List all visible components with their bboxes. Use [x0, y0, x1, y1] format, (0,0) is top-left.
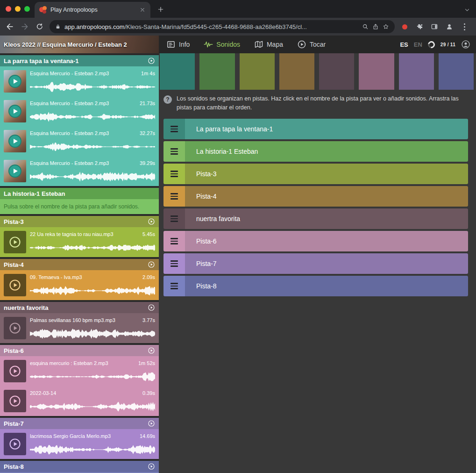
track-name: nuertra favorita [4, 304, 48, 311]
track-color-swatch[interactable] [359, 53, 394, 90]
tab-search-chevron-icon[interactable] [464, 7, 470, 13]
play-track-icon[interactable] [148, 57, 155, 64]
url-text[interactable]: app.antropoloops.com/Kleos-Santa-Marina/… [64, 23, 358, 30]
track-header[interactable]: nuertra favorita [0, 302, 159, 313]
forward-button[interactable] [18, 20, 32, 34]
track-label: Pista-6 [196, 237, 217, 245]
sound-thumbnail[interactable] [4, 160, 26, 182]
menu-kebab-icon[interactable] [457, 20, 471, 34]
track-color-swatch[interactable] [279, 53, 314, 90]
track-color-swatch[interactable] [399, 53, 434, 90]
sound-thumbnail[interactable] [4, 130, 26, 152]
sound-item[interactable]: Esquina Mercurio - Esteban 2.mp332.27s [0, 126, 159, 156]
back-button[interactable] [3, 20, 17, 34]
drag-handle[interactable] [163, 253, 185, 274]
sound-item[interactable]: Esquina Mercurio - Esteban 2.mp31m 4s [0, 66, 159, 96]
track-row[interactable]: Pista-7 [163, 253, 468, 274]
browser-window: Play Antropoloops app.antropoloops.com/K… [0, 0, 476, 473]
play-track-icon[interactable] [148, 304, 155, 311]
track-header[interactable]: La parra tapa la ventana-1 [0, 55, 159, 66]
sound-item[interactable]: 09. Temaeva - Iva.mp32.09s [0, 270, 159, 300]
sound-item[interactable]: esquina mercurio : Esteban 2.mp31m 52s [0, 356, 159, 386]
extensions-puzzle-icon[interactable] [412, 20, 426, 34]
tab-sonidos[interactable]: Sonidos [204, 40, 240, 49]
play-track-icon[interactable] [148, 463, 155, 470]
track-row[interactable]: nuertra favorita [163, 208, 468, 229]
hamburger-icon [171, 260, 178, 267]
tab-close-icon[interactable] [139, 7, 146, 13]
sound-item[interactable]: 2022-03-140.39s [0, 386, 159, 416]
new-tab-button[interactable] [154, 3, 167, 16]
address-bar[interactable]: app.antropoloops.com/Kleos-Santa-Marina/… [50, 20, 395, 33]
drag-handle[interactable] [163, 119, 185, 139]
account-icon[interactable] [461, 40, 470, 49]
play-sound-button[interactable] [4, 231, 26, 253]
track-row[interactable]: La historia-1 Esteban [163, 141, 468, 162]
lang-en-button[interactable]: EN [414, 41, 422, 48]
sidebar-section-pista-3: Pista-3 22 Ua reka te tagnia to rau niau… [0, 216, 159, 257]
drag-handle[interactable] [163, 208, 185, 229]
project-hero[interactable]: Kleos 2022 // Esquina Mercurio / Esteban… [0, 36, 159, 53]
waveform [30, 444, 155, 455]
track-row[interactable]: Pista-8 [163, 276, 468, 296]
play-sound-button[interactable] [4, 317, 26, 339]
track-color-swatch[interactable] [240, 53, 275, 90]
play-track-icon[interactable] [148, 261, 155, 268]
record-extension-icon[interactable] [398, 20, 412, 34]
tab-tocar[interactable]: Tocar [297, 40, 326, 49]
sound-item[interactable]: 22 Ua reka te tagnia to rau niau.mp35.45… [0, 227, 159, 257]
play-track-icon[interactable] [148, 347, 155, 354]
fullscreen-window-button[interactable] [24, 6, 30, 12]
reload-button[interactable] [33, 20, 47, 34]
track-header[interactable]: Pista-6 [0, 345, 159, 356]
sound-thumbnail[interactable] [4, 100, 26, 122]
track-color-swatch[interactable] [160, 53, 195, 90]
drag-handle[interactable] [163, 164, 185, 184]
sound-item[interactable]: lacrimosa Sergio García Merlo.mp314.69s [0, 429, 159, 459]
play-sound-button[interactable] [4, 433, 26, 455]
track-row[interactable]: La parra tapa la ventana-1 [163, 119, 468, 139]
tab-info[interactable]: Info [166, 40, 190, 49]
track-name: La historia-1 Esteban [4, 190, 65, 197]
zoom-icon[interactable] [362, 23, 369, 30]
drag-handle[interactable] [163, 186, 185, 207]
play-track-icon[interactable] [148, 218, 155, 225]
drag-handle[interactable] [163, 141, 185, 162]
track-header[interactable]: La historia-1 Esteban [0, 188, 159, 199]
lang-es-button[interactable]: ES [400, 41, 408, 48]
track-header[interactable]: Pista-7 [0, 418, 159, 429]
side-panel-icon[interactable] [427, 20, 441, 34]
track-row[interactable]: Pista-3 [163, 164, 468, 184]
track-color-swatch[interactable] [319, 53, 354, 90]
tab-mapa[interactable]: Mapa [254, 40, 283, 49]
track-header[interactable]: Pista-8 [0, 461, 159, 472]
bookmark-star-icon[interactable] [383, 23, 389, 30]
track-row[interactable]: Pista-6 [163, 231, 468, 251]
profile-avatar-icon[interactable] [442, 20, 456, 34]
minimize-window-button[interactable] [15, 6, 21, 12]
track-label: La historia-1 Esteban [196, 148, 258, 155]
track-color-swatch[interactable] [199, 53, 234, 90]
track-header[interactable]: Pista-3 [0, 216, 159, 227]
play-sound-button[interactable] [4, 360, 26, 382]
share-icon[interactable] [372, 23, 379, 30]
play-sound-button[interactable] [4, 274, 26, 296]
sound-item[interactable]: Esquina Mercurio - Esteban 2.mp321.73s [0, 96, 159, 126]
drag-handle[interactable] [163, 231, 185, 251]
sound-item[interactable]: Esquina Mercurio - Esteban 2.mp339.29s [0, 156, 159, 186]
lock-icon[interactable] [55, 24, 61, 29]
play-icon [8, 135, 21, 148]
browser-tab[interactable]: Play Antropoloops [35, 2, 150, 18]
app-nav: Info Sonidos Mapa Tocar [159, 36, 326, 53]
track-row[interactable]: Pista-4 [163, 186, 468, 207]
waveform [30, 141, 155, 152]
track-name: Pista-3 [4, 218, 24, 225]
play-track-icon[interactable] [148, 420, 155, 427]
track-color-swatch[interactable] [439, 53, 474, 90]
sound-thumbnail[interactable] [4, 70, 26, 93]
drag-handle[interactable] [163, 276, 185, 296]
play-sound-button[interactable] [4, 390, 26, 412]
close-window-button[interactable] [6, 6, 11, 12]
track-header[interactable]: Pista-4 [0, 259, 159, 270]
sound-item[interactable]: Palmas sevillanas 160 bpm mp3.mp33.77s [0, 313, 159, 343]
